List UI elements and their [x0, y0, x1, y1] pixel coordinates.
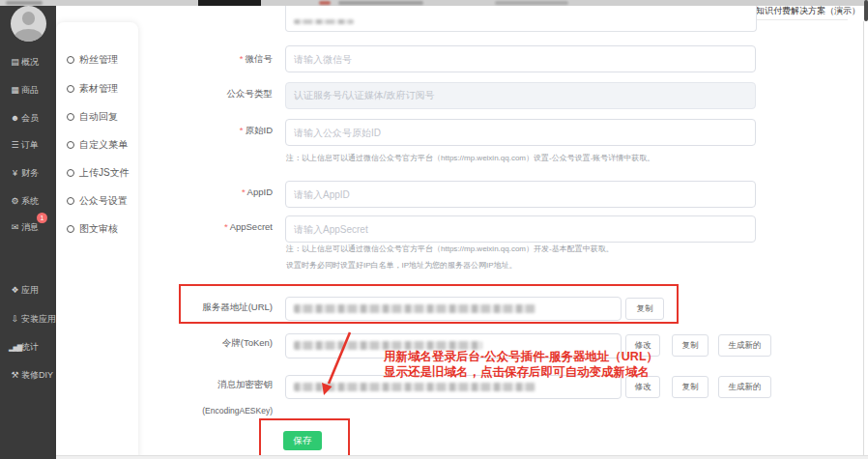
decorate-diy-icon: ⚒	[9, 371, 21, 380]
field-label-text: 服务器地址(URL)	[202, 301, 273, 312]
blurred-value	[294, 383, 535, 391]
field-label-text: 消息加密密钥	[217, 379, 273, 389]
top-strip-red-remnant	[319, 1, 331, 5]
blurred-value	[294, 304, 535, 313]
radio-circle-icon	[67, 113, 74, 121]
sidebar-item-apps[interactable]: ❖ 应用	[0, 281, 56, 299]
token-generate-new-button[interactable]: 生成新的	[718, 334, 771, 357]
submenu-item-material-management[interactable]: 素材管理	[56, 81, 138, 96]
sidebar-item-decorate-diy[interactable]: ⚒ 装修DIY	[0, 366, 56, 384]
overview-icon: ▤	[9, 58, 21, 67]
sidebar-item-products[interactable]: ▦ 商品	[0, 81, 56, 99]
radio-circle-icon	[67, 197, 74, 205]
avatar-silhouette	[14, 29, 43, 42]
encoding-aes-key-modify-button[interactable]: 修改	[625, 376, 660, 398]
site-title: 知识付费解决方案（演示）	[744, 4, 860, 17]
submenu-item-label: 自定义菜单	[79, 138, 128, 152]
sidebar-item-finance[interactable]: ¥ 财务	[0, 164, 56, 182]
partial-top-input[interactable]	[285, 6, 757, 32]
token-copy-button[interactable]: 复制	[672, 334, 709, 357]
app-secret-label: *AppSecret	[135, 221, 273, 232]
apps-icon: ❖	[9, 286, 21, 295]
unread-count-badge: 1	[37, 213, 47, 223]
account-type-input[interactable]	[285, 82, 756, 109]
app-secret-note: 设置时务必同时设置好IP白名单，IP地址为您的服务器公网IP地址。	[286, 260, 517, 271]
avatar[interactable]	[11, 6, 46, 42]
encoding-aes-key-sublabel: (EncodingAESKey)	[135, 406, 273, 416]
submenu-item-label: 上传JS文件	[79, 166, 130, 180]
submenu-item-auto-reply[interactable]: 自动回复	[56, 109, 138, 124]
encoding-aes-key-copy-button[interactable]: 复制	[672, 376, 709, 398]
field-label-text: AppSecret	[230, 221, 273, 232]
original-id-input[interactable]	[285, 119, 756, 146]
server-url-label: 服务器地址(URL)	[135, 301, 273, 314]
install-apps-icon: ⇩	[9, 315, 21, 324]
submenu-item-upload-js-file[interactable]: 上传JS文件	[56, 165, 138, 180]
sidebar-item-label: 概况	[21, 56, 39, 69]
radio-circle-icon	[67, 225, 74, 233]
account-type-label: 公众号类型	[135, 88, 273, 100]
site-title-text: 知识付费解决方案（演示）	[756, 5, 860, 17]
top-strip-text-remnant	[6, 1, 43, 5]
radio-circle-icon	[67, 141, 74, 149]
encoding-aes-key-generate-new-button[interactable]: 生成新的	[718, 376, 771, 398]
radio-circle-icon	[67, 56, 74, 64]
sidebar-item-overview[interactable]: ▤ 概况	[0, 53, 56, 71]
submenu-item-fans-management[interactable]: 粉丝管理	[56, 52, 138, 67]
server-url-copy-button[interactable]: 复制	[625, 298, 664, 320]
app-secret-note: 注：以上信息可以通过微信公众号官方平台（https://mp.weixin.qq…	[286, 244, 614, 254]
save-button[interactable]: 保存	[283, 431, 322, 450]
radio-circle-icon	[67, 169, 74, 177]
products-icon: ▦	[9, 86, 21, 95]
submenu-item-custom-menu[interactable]: 自定义菜单	[56, 137, 138, 152]
field-label-text: AppID	[247, 186, 273, 197]
sidebar-item-label: 商品	[21, 84, 39, 97]
sidebar-item-system[interactable]: ⚙ 系统	[0, 192, 56, 210]
submenu-item-label: 公众号设置	[79, 194, 128, 208]
sidebar-item-label: 装修DIY	[21, 369, 53, 382]
submenu-item-label: 素材管理	[79, 82, 118, 96]
encoding-aes-key-input[interactable]	[285, 375, 622, 399]
scrollbar-track[interactable]	[863, 21, 864, 455]
app-id-label: *AppID	[135, 186, 273, 197]
required-asterisk: *	[242, 186, 246, 197]
submenu-item-label: 图文审核	[79, 222, 118, 236]
system-gear-icon: ⚙	[9, 197, 21, 206]
top-strip-window-remnant	[198, 0, 261, 6]
main-sidebar: ▤ 概况▦ 商品☻ 会员☰ 订单¥ 财务⚙ 系统✉ 消息1❖ 应用⇩ 安装应用▂…	[0, 6, 56, 459]
required-asterisk: *	[240, 53, 244, 64]
field-label-text: 原始ID	[246, 125, 274, 135]
sidebar-item-messages[interactable]: ✉ 消息1	[0, 218, 56, 236]
submenu-panel: 粉丝管理 素材管理 自动回复 自定义菜单 上传JS文件 公众号设置 图文审核	[56, 22, 138, 459]
radio-circle-icon	[67, 85, 74, 93]
submenu-item-label: 粉丝管理	[79, 53, 118, 67]
app-secret-input[interactable]	[285, 215, 756, 243]
required-asterisk: *	[240, 125, 244, 135]
blurred-value	[294, 341, 482, 350]
server-url-input[interactable]	[285, 297, 622, 321]
sidebar-item-label: 消息	[21, 221, 39, 234]
token-input[interactable]	[285, 333, 622, 359]
wechat-id-input[interactable]	[285, 45, 756, 72]
sidebar-item-orders[interactable]: ☰ 订单	[0, 136, 56, 154]
sidebar-item-statistics[interactable]: ▂▅▇ 统计	[0, 338, 56, 356]
finance-yen-icon: ¥	[9, 169, 21, 178]
field-label-text: 公众号类型	[227, 88, 274, 99]
sidebar-item-label: 订单	[21, 139, 39, 152]
field-label-text: 令牌(ToKen)	[222, 337, 273, 348]
orders-cart-icon: ☰	[9, 141, 21, 150]
original-id-label: *原始ID	[135, 125, 273, 137]
sidebar-item-install-apps[interactable]: ⇩ 安装应用	[0, 310, 56, 328]
token-label: 令牌(ToKen)	[135, 337, 273, 350]
encoding-aes-key-label: 消息加密密钥	[135, 379, 273, 391]
top-strip-text-remnant	[338, 1, 423, 5]
statistics-chart-icon: ▂▅▇	[9, 344, 21, 351]
app-id-input[interactable]	[285, 181, 756, 208]
submenu-item-official-account-settings[interactable]: 公众号设置	[56, 193, 138, 208]
sidebar-item-label: 应用	[21, 284, 39, 297]
submenu-item-article-review[interactable]: 图文审核	[56, 221, 138, 236]
sidebar-item-members[interactable]: ☻ 会员	[0, 109, 56, 127]
scrollbar-thumb[interactable]	[864, 0, 868, 21]
page: ▤ 概况▦ 商品☻ 会员☰ 订单¥ 财务⚙ 系统✉ 消息1❖ 应用⇩ 安装应用▂…	[0, 0, 868, 459]
token-modify-button[interactable]: 修改	[625, 334, 660, 357]
